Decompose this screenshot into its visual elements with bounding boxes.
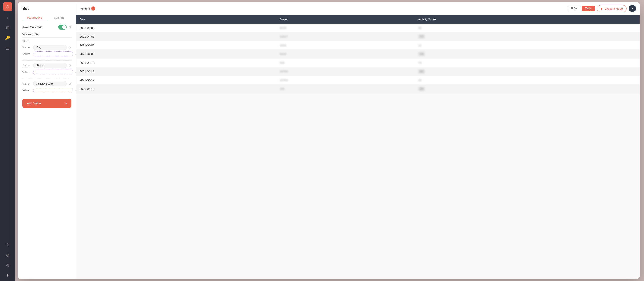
- name-label-activity: Name:: [22, 82, 31, 85]
- name-value-day: Day: [33, 45, 67, 50]
- right-header: Items: 8 i JSON Table ▶ Execute Node ×: [76, 2, 322, 15]
- cell-day: 2021-04-07: [76, 32, 276, 41]
- panel-title: Set: [22, 6, 71, 11]
- cell-steps: 12017: [276, 32, 322, 41]
- string-label: String:: [22, 40, 71, 43]
- app-logo: ⬡: [3, 2, 12, 11]
- cell-steps: 195: [276, 84, 322, 94]
- cell-steps: 10753: [276, 76, 322, 84]
- set-modal: Set Parameters Settings Keep Only Set: ⚙…: [18, 2, 322, 141]
- gear-icon-activity-value[interactable]: ⚙: [75, 89, 76, 92]
- table-body: 2021-04-068133332021-04-0712017772021-04…: [76, 24, 322, 94]
- value-input-steps[interactable]: [33, 70, 73, 75]
- name-value-steps: Steps: [33, 63, 67, 68]
- value-input-activity[interactable]: [33, 88, 73, 93]
- value-label-steps: Value:: [22, 71, 31, 74]
- data-table: Day Steps Activity Score 2021-04-0681333…: [76, 15, 322, 141]
- gear-icon-steps-value[interactable]: ⚙: [75, 71, 76, 74]
- panel-tabs: Parameters Settings: [22, 14, 71, 22]
- info-badge: i: [91, 7, 95, 11]
- panel-body: Keep Only Set: ⚙ Values to Set: String: …: [18, 22, 76, 141]
- add-value-button[interactable]: Add Value ▾: [22, 99, 71, 108]
- gear-icon-day-value[interactable]: ⚙: [75, 52, 76, 56]
- table-row: 2021-04-111078382: [76, 67, 322, 76]
- gear-icon-steps[interactable]: ⚙: [68, 64, 71, 67]
- menu-icon[interactable]: ☰: [4, 45, 11, 52]
- name-value-activity: Activity Score: [33, 81, 67, 86]
- collapse-icon[interactable]: ›: [6, 14, 10, 21]
- gear-icon-activity[interactable]: ⚙: [68, 82, 71, 86]
- items-count-text: Items: 8: [80, 7, 90, 10]
- table-row: 2021-04-1053373: [76, 59, 322, 67]
- cell-day: 2021-04-12: [76, 76, 276, 84]
- values-label: Values to Set:: [22, 33, 71, 38]
- cell-steps: 9103: [276, 50, 322, 59]
- table-row: 2021-04-1319529: [76, 84, 322, 94]
- keep-only-toggle[interactable]: [58, 25, 67, 30]
- table-row: 2021-04-071201777: [76, 32, 322, 41]
- cell-day: 2021-04-06: [76, 24, 276, 32]
- keep-only-right: ⚙: [58, 25, 71, 30]
- name-label-day: Name:: [22, 46, 31, 49]
- cell-steps: 10783: [276, 67, 322, 76]
- name-label-steps: Name:: [22, 64, 31, 67]
- table-header: Day Steps Activity Score: [76, 15, 322, 24]
- name-row-steps: Name: Steps ⚙: [22, 63, 71, 68]
- add-value-label: Add Value: [27, 102, 41, 105]
- table-row: 2021-04-08103311: [76, 41, 322, 50]
- field-group-steps: Name: Steps ⚙ Value: ⚙: [22, 63, 71, 79]
- cell-steps: 8133: [276, 24, 322, 32]
- items-info: Items: 8 i: [80, 7, 95, 11]
- results-table: Day Steps Activity Score 2021-04-0681333…: [76, 15, 322, 94]
- tab-parameters[interactable]: Parameters: [22, 14, 47, 22]
- table-row: 2021-04-06813333: [76, 24, 322, 32]
- value-input-day[interactable]: [33, 52, 73, 57]
- field-group-activity-score: Name: Activity Score ⚙ Value: ⚙: [22, 81, 71, 97]
- cell-day: 2021-04-13: [76, 84, 276, 94]
- value-row-steps: Value: ⚙: [22, 70, 71, 75]
- add-value-chevron: ▾: [65, 102, 67, 105]
- value-label-day: Value:: [22, 53, 31, 56]
- left-sidebar: ⬡ › ⊞ 🔑 ☰ ? ⊕ ⊖ t: [0, 0, 15, 141]
- gear-icon-day[interactable]: ⚙: [68, 46, 71, 49]
- col-header-day: Day: [76, 15, 276, 24]
- cell-day: 2021-04-08: [76, 41, 276, 50]
- col-header-steps: Steps: [276, 15, 322, 24]
- key-icon[interactable]: 🔑: [4, 34, 12, 42]
- name-row-day: Name: Day ⚙: [22, 45, 71, 50]
- keep-only-label: Keep Only Set:: [22, 26, 42, 29]
- cell-day: 2021-04-09: [76, 50, 276, 59]
- name-row-activity: Name: Activity Score ⚙: [22, 81, 71, 86]
- left-panel: Set Parameters Settings Keep Only Set: ⚙…: [18, 2, 76, 141]
- cell-day: 2021-04-11: [76, 67, 276, 76]
- keep-only-gear-icon[interactable]: ⚙: [68, 25, 71, 29]
- table-row: 2021-04-09910373: [76, 50, 322, 59]
- value-label-activity: Value:: [22, 89, 31, 92]
- tab-settings[interactable]: Settings: [47, 14, 72, 22]
- table-row: 2021-04-121075322: [76, 76, 322, 84]
- cell-steps: 1033: [276, 41, 322, 50]
- cell-day: 2021-04-10: [76, 59, 276, 67]
- value-row-activity: Value: ⚙: [22, 88, 71, 93]
- keep-only-row: Keep Only Set: ⚙: [22, 25, 71, 30]
- field-group-day: Name: Day ⚙ Value: ⚙: [22, 45, 71, 61]
- nodes-icon[interactable]: ⊞: [5, 24, 11, 32]
- right-panel: Items: 8 i JSON Table ▶ Execute Node ×: [76, 2, 322, 141]
- value-row-day: Value: ⚙: [22, 52, 71, 57]
- cell-steps: 533: [276, 59, 322, 67]
- panel-header: Set Parameters Settings: [18, 2, 76, 22]
